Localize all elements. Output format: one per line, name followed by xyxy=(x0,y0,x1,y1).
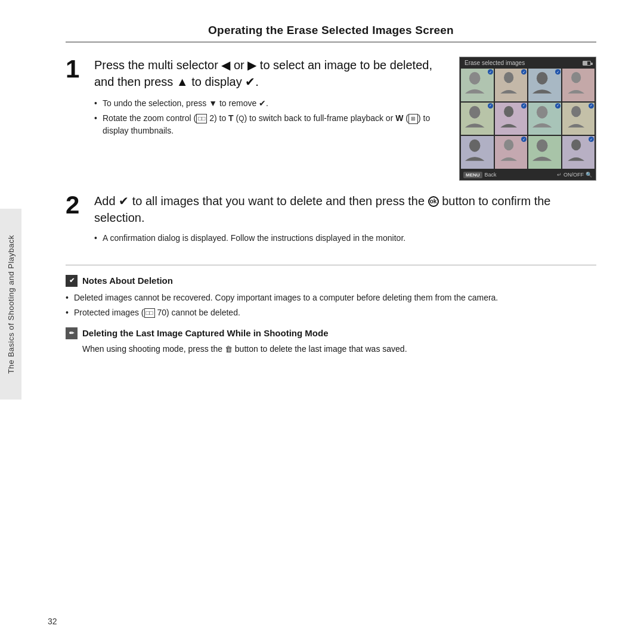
thumb-3: ✓ xyxy=(528,69,561,101)
deleting-text: When using shooting mode, press the 🗑 bu… xyxy=(82,343,596,355)
svg-point-8 xyxy=(469,140,481,152)
svg-point-9 xyxy=(504,140,513,151)
notes-divider xyxy=(66,265,596,265)
thumb-4 xyxy=(562,69,595,101)
footer-right: ↵ ON/OFF 🔍 xyxy=(557,172,592,178)
checkmark-icon: ✔ xyxy=(66,275,78,287)
page-container: Operating the Erase Selected Images Scre… xyxy=(0,0,644,644)
notes-bullet-1: Deleted images cannot be recovered. Copy… xyxy=(66,292,596,304)
thumb-9 xyxy=(461,136,494,169)
step2-number: 2 xyxy=(66,193,83,218)
pencil-icon: ✏ xyxy=(66,327,78,339)
svg-point-6 xyxy=(537,106,548,118)
camera-battery-fill xyxy=(583,61,587,65)
step2-heading: Add ✔ to all images that you want to del… xyxy=(94,193,596,226)
svg-point-10 xyxy=(537,140,548,152)
footer-left: MENU Back xyxy=(463,172,497,178)
thumb-6: ✓ xyxy=(495,103,528,135)
onoff-text: ON/OFF xyxy=(564,172,584,178)
main-content: Operating the Erase Selected Images Scre… xyxy=(66,24,596,355)
step1-bullet-2: Rotate the zoom control (□□ 2) to T (Q) … xyxy=(94,112,441,137)
thumb-12: ✓ xyxy=(562,136,595,169)
step1-row: 1 Press the multi selector ◀ or ▶ to sel… xyxy=(66,57,596,181)
thumb-10: ✓ xyxy=(495,136,528,169)
step1-content: Press the multi selector ◀ or ▶ to selec… xyxy=(94,57,596,181)
thumb-1: ✓ xyxy=(461,69,494,101)
page-title: Operating the Erase Selected Images Scre… xyxy=(66,24,596,37)
step1-number: 1 xyxy=(66,57,83,82)
deleting-heading: ✏ Deleting the Last Image Captured While… xyxy=(66,327,596,339)
thumb-11 xyxy=(528,136,561,169)
menu-button-label: MENU xyxy=(463,172,482,178)
camera-header: Erase selected images xyxy=(460,57,596,67)
step2-content: Add ✔ to all images that you want to del… xyxy=(94,193,596,247)
notes-heading-text: Notes About Deletion xyxy=(82,275,173,286)
notes-section: ✔ Notes About Deletion Deleted images ca… xyxy=(66,265,596,355)
thumbnail-grid: ✓ ✓ ✓ xyxy=(460,67,596,170)
camera-screen: Erase selected images ✓ xyxy=(459,57,596,181)
step1-heading: Press the multi selector ◀ or ▶ to selec… xyxy=(94,57,441,90)
footer-back-text: Back xyxy=(485,172,497,178)
notes-heading: ✔ Notes About Deletion xyxy=(66,275,596,287)
camera-battery xyxy=(583,61,591,66)
svg-point-7 xyxy=(571,106,581,117)
step2-bullets: A confirmation dialog is displayed. Foll… xyxy=(94,232,596,244)
step2-row: 2 Add ✔ to all images that you want to d… xyxy=(66,193,596,247)
step1-bullet-1: To undo the selection, press ▼ to remove… xyxy=(94,97,441,110)
camera-footer: MENU Back ↵ ON/OFF 🔍 xyxy=(460,170,596,180)
notes-bullet-2: Protected images (□□ 70) cannot be delet… xyxy=(66,306,596,319)
deleting-heading-text: Deleting the Last Image Captured While i… xyxy=(82,328,329,338)
svg-point-2 xyxy=(537,72,548,85)
step1-bullets: To undo the selection, press ▼ to remove… xyxy=(94,97,441,137)
svg-point-5 xyxy=(504,106,513,117)
svg-point-4 xyxy=(469,106,481,118)
svg-point-11 xyxy=(571,140,581,151)
title-divider xyxy=(66,42,596,42)
step2-bullet-1: A confirmation dialog is displayed. Foll… xyxy=(94,232,596,244)
notes-bullets: Deleted images cannot be recovered. Copy… xyxy=(66,292,596,319)
step1-text-area: Press the multi selector ◀ or ▶ to selec… xyxy=(94,57,441,140)
thumb-7: ✓ xyxy=(528,103,561,135)
thumb-2: ✓ xyxy=(495,69,528,101)
svg-point-1 xyxy=(504,72,513,83)
thumb-8: ✓ xyxy=(562,103,595,135)
ok-circle: ok xyxy=(428,196,439,207)
svg-point-0 xyxy=(469,72,481,85)
thumb-5: ✓ xyxy=(461,103,494,135)
camera-header-text: Erase selected images xyxy=(465,60,525,66)
step1-main-row: Press the multi selector ◀ or ▶ to selec… xyxy=(94,57,596,181)
svg-point-3 xyxy=(571,72,581,83)
